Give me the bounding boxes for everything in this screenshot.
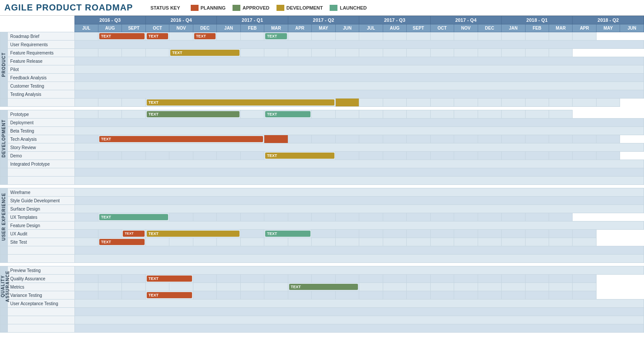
cell xyxy=(525,291,549,300)
cell-empty-row xyxy=(74,205,644,213)
cell xyxy=(502,291,525,300)
month-jun2: JUN xyxy=(620,24,644,32)
cell xyxy=(335,135,359,143)
row-prototype: DEVELOPMENT Prototype TEXT TEXT xyxy=(0,110,644,119)
cell xyxy=(430,32,454,41)
cell-empty-row xyxy=(74,127,644,135)
cell xyxy=(454,152,478,160)
cell-empty-row xyxy=(74,197,644,205)
cell xyxy=(122,110,145,119)
cell xyxy=(7,308,74,316)
row-variance-testing: Variance Testing TEXT xyxy=(0,291,644,300)
cell xyxy=(240,32,264,41)
bar-tech-analysis: TEXT xyxy=(98,135,264,143)
row-feature-design: Feature Design xyxy=(0,221,644,230)
cell xyxy=(573,291,596,300)
cell xyxy=(122,291,145,300)
cell xyxy=(478,238,501,246)
row-testing-analysis: Testing Analysis xyxy=(0,90,644,99)
row-feature-requirements: Feature Requirements TEXT xyxy=(0,49,644,57)
bar-variance: TEXT xyxy=(145,291,193,300)
cell xyxy=(573,275,596,283)
status-label: PLANNING xyxy=(201,5,226,10)
cell-empty-row xyxy=(74,266,644,275)
row-qa-extra3 xyxy=(0,324,644,333)
section-product-text: PRODUCT xyxy=(1,52,6,77)
month-may1: MAY xyxy=(312,24,335,32)
cell xyxy=(478,99,501,107)
label-story-review: Story Review xyxy=(7,143,74,152)
cell xyxy=(335,49,359,57)
cell xyxy=(288,238,311,246)
bar-qa: TEXT xyxy=(145,275,193,283)
cell xyxy=(549,49,572,57)
cell xyxy=(502,110,525,119)
cell xyxy=(383,99,406,107)
cell xyxy=(145,49,169,57)
cell xyxy=(454,238,478,246)
cell-empty-row xyxy=(74,308,644,316)
cell-empty-row xyxy=(74,316,644,324)
cell xyxy=(359,291,383,300)
cell xyxy=(169,213,193,221)
row-surface-design: Surface Design xyxy=(0,205,644,213)
cell xyxy=(122,275,145,283)
cell xyxy=(74,135,98,143)
cell xyxy=(98,49,121,57)
row-integrated-prototype: Integrated Prototype xyxy=(0,160,644,168)
cell xyxy=(7,177,74,185)
bar-roadmap-brief-4: TEXT xyxy=(264,32,288,41)
gantt-bar: TEXT xyxy=(99,136,263,142)
label-user-req: User Requirements xyxy=(7,41,74,49)
cell xyxy=(312,110,335,119)
cell xyxy=(122,283,145,291)
cell xyxy=(193,238,216,246)
cell xyxy=(359,110,383,119)
cell xyxy=(549,283,572,291)
gantt-bar: TEXT xyxy=(147,99,334,106)
cell xyxy=(98,99,121,107)
cell xyxy=(264,283,288,291)
roadmap-table: 2016 - Q3 2016 - Q4 2017 - Q1 2017 - Q2 … xyxy=(0,16,644,333)
cell xyxy=(335,230,359,238)
cell xyxy=(383,32,406,41)
cell xyxy=(7,168,74,177)
cell xyxy=(122,152,145,160)
label-metrics: Metrics xyxy=(7,283,74,291)
cell-empty-row xyxy=(74,246,644,255)
cell xyxy=(0,308,8,316)
cell-empty-row xyxy=(74,143,644,152)
cell xyxy=(573,32,596,41)
cell xyxy=(98,230,121,238)
q3-2016-header: 2016 - Q3 xyxy=(74,16,145,24)
label-demo: Demo xyxy=(7,152,74,160)
cell xyxy=(359,213,383,221)
label-feature-design: Feature Design xyxy=(7,221,74,230)
label-site-test: Site Test xyxy=(7,238,74,246)
label-integrated-proto: Integrated Prototype xyxy=(7,160,74,168)
row-pilot: Pilot xyxy=(0,65,644,74)
section-qa-text: QUALITY ASSURANCE xyxy=(0,266,10,307)
gantt-bar: TEXT xyxy=(265,33,287,39)
status-label: DEVELOPMENT xyxy=(287,5,323,10)
label-beta-testing: Beta Testing xyxy=(7,127,74,135)
cell xyxy=(7,246,74,255)
bar-product-summary-end xyxy=(335,99,359,107)
cell xyxy=(217,283,240,291)
cell xyxy=(193,152,216,160)
cell xyxy=(549,135,572,143)
month-dec2: DEC xyxy=(478,24,501,32)
label-pilot: Pilot xyxy=(7,65,74,74)
cell-empty-row xyxy=(74,255,644,263)
cell-empty-row xyxy=(74,65,644,74)
row-tech-analysis: Tech Analysis TEXT xyxy=(0,135,644,143)
cell-empty-row xyxy=(74,324,644,333)
cell xyxy=(0,255,8,263)
q1-2017-header: 2017 - Q1 xyxy=(217,16,288,24)
cell xyxy=(335,275,359,283)
cell xyxy=(74,275,98,283)
month-mar1: MAR xyxy=(264,24,288,32)
cell xyxy=(240,49,264,57)
row-roadmap-brief: PRODUCT Roadmap Brief TEXT TEXT TEXT xyxy=(0,32,644,41)
label-feature-release: Feature Release xyxy=(7,57,74,65)
